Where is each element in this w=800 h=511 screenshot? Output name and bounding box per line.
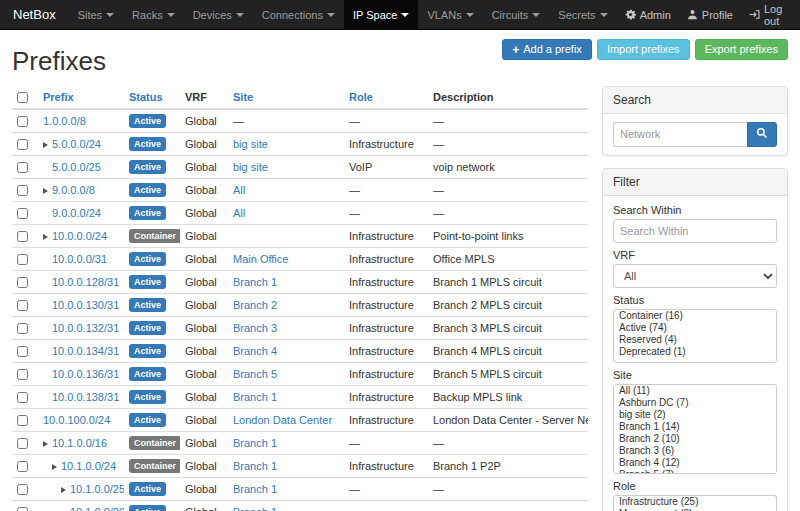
row-checkbox[interactable]	[17, 323, 28, 334]
prefix-link[interactable]: 10.0.0.138/31	[52, 391, 119, 403]
sort-status-header[interactable]: Status	[129, 91, 163, 103]
prefix-link[interactable]: 9.0.0.0/24	[52, 207, 101, 219]
site-link[interactable]: Branch 1	[233, 506, 277, 511]
export-prefixes-button[interactable]: Export prefixes	[695, 39, 788, 60]
prefix-link[interactable]: 10.0.0.136/31	[52, 368, 119, 380]
select-option[interactable]: Reserved (4)	[614, 334, 776, 346]
site-link[interactable]: Branch 1	[233, 391, 277, 403]
select-option[interactable]: Branch 4 (12)	[614, 457, 776, 469]
site-link[interactable]: Branch 1	[233, 460, 277, 472]
nav-item-vlans[interactable]: VLANs	[418, 0, 482, 29]
indent-spacer	[43, 216, 52, 217]
nav-item-secrets[interactable]: Secrets	[549, 0, 616, 29]
sort-site-header[interactable]: Site	[233, 91, 253, 103]
nav-item-racks[interactable]: Racks	[123, 0, 184, 29]
row-checkbox[interactable]	[17, 139, 28, 150]
site-link[interactable]: Main Office	[233, 253, 288, 265]
prefix-link[interactable]: 10.0.0.0/24	[52, 230, 107, 242]
prefix-link[interactable]: 10.0.0.128/31	[52, 276, 119, 288]
nav-item-circuits[interactable]: Circuits	[483, 0, 550, 29]
vrf-select[interactable]: All	[613, 264, 777, 288]
row-checkbox[interactable]	[17, 208, 28, 219]
row-checkbox[interactable]	[17, 185, 28, 196]
site-link[interactable]: London Data Center	[233, 414, 332, 426]
prefix-link[interactable]: 10.0.0.130/31	[52, 299, 119, 311]
prefix-link[interactable]: 10.0.0.0/31	[52, 253, 107, 265]
row-checkbox[interactable]	[17, 392, 28, 403]
search-within-input[interactable]	[613, 219, 777, 243]
site-link[interactable]: Branch 3	[233, 322, 277, 334]
nav-item-ip-space[interactable]: IP Space	[344, 0, 418, 29]
status-badge: Active	[129, 413, 166, 427]
description-cell: voip network	[428, 156, 588, 179]
row-checkbox[interactable]	[17, 231, 28, 242]
nav-item-devices[interactable]: Devices	[184, 0, 253, 29]
select-option[interactable]: Deprecated (1)	[614, 346, 776, 358]
admin-link[interactable]: Admin	[617, 0, 679, 29]
sort-role-header[interactable]: Role	[349, 91, 373, 103]
site-link[interactable]: big site	[233, 138, 268, 150]
site-select[interactable]: All (11)Ashburn DC (7)big site (2)Branch…	[613, 384, 777, 474]
prefix-link[interactable]: 5.0.0.0/24	[52, 138, 101, 150]
select-all-checkbox[interactable]	[17, 92, 28, 103]
prefix-link[interactable]: 10.0.100.0/24	[43, 414, 110, 426]
role-select[interactable]: Infrastructure (25)Management (8)Private…	[613, 495, 777, 511]
profile-link[interactable]: Profile	[679, 0, 741, 29]
prefix-link[interactable]: 10.1.0.0/24	[61, 460, 116, 472]
search-button[interactable]	[747, 122, 777, 147]
select-option[interactable]: Branch 5 (7)	[614, 469, 776, 474]
row-checkbox[interactable]	[17, 369, 28, 380]
add-prefix-button[interactable]: + Add a prefix	[502, 39, 592, 60]
select-option[interactable]: Management (8)	[614, 508, 776, 511]
status-select[interactable]: Container (16)Active (74)Reserved (4)Dep…	[613, 309, 777, 363]
row-checkbox[interactable]	[17, 162, 28, 173]
select-option[interactable]: Branch 1 (14)	[614, 421, 776, 433]
chevron-down-icon	[327, 13, 335, 17]
select-option[interactable]: Branch 2 (10)	[614, 433, 776, 445]
prefix-link[interactable]: 10.0.0.134/31	[52, 345, 119, 357]
prefix-link[interactable]: 10.1.0.0/25	[70, 483, 124, 495]
brand-link[interactable]: NetBox	[0, 0, 69, 29]
sidebar: Search Filter Searc	[602, 86, 788, 511]
description-cell: Branch 1 MPLS circuit	[428, 271, 588, 294]
row-checkbox[interactable]	[17, 277, 28, 288]
select-option[interactable]: Infrastructure (25)	[614, 496, 776, 508]
site-link[interactable]: All	[233, 184, 245, 196]
row-checkbox[interactable]	[17, 116, 28, 127]
site-link[interactable]: Branch 1	[233, 483, 277, 495]
import-prefixes-button[interactable]: Import prefixes	[597, 39, 690, 60]
site-link[interactable]: big site	[233, 161, 268, 173]
sort-prefix-header[interactable]: Prefix	[43, 91, 74, 103]
row-checkbox[interactable]	[17, 300, 28, 311]
prefix-link[interactable]: 10.1.0.0/26	[70, 506, 124, 511]
select-option[interactable]: Active (74)	[614, 322, 776, 334]
status-cell: Container	[124, 432, 180, 455]
logout-link[interactable]: Log out	[741, 0, 800, 29]
row-checkbox[interactable]	[17, 438, 28, 449]
row-checkbox[interactable]	[17, 507, 28, 511]
prefix-link[interactable]: 10.1.0.0/16	[52, 437, 107, 449]
select-option[interactable]: big site (2)	[614, 409, 776, 421]
search-input[interactable]	[613, 122, 747, 147]
site-link[interactable]: All	[233, 207, 245, 219]
prefix-link[interactable]: 9.0.0.0/8	[52, 184, 95, 196]
row-checkbox[interactable]	[17, 346, 28, 357]
select-option[interactable]: Container (16)	[614, 310, 776, 322]
site-link[interactable]: Branch 1	[233, 437, 277, 449]
nav-item-sites[interactable]: Sites	[69, 0, 123, 29]
prefix-link[interactable]: 1.0.0.0/8	[43, 115, 86, 127]
site-link[interactable]: Branch 4	[233, 345, 277, 357]
select-option[interactable]: Branch 3 (6)	[614, 445, 776, 457]
site-link[interactable]: Branch 2	[233, 299, 277, 311]
nav-item-connections[interactable]: Connections	[253, 0, 344, 29]
site-link[interactable]: Branch 1	[233, 276, 277, 288]
select-option[interactable]: All (11)	[614, 385, 776, 397]
row-checkbox[interactable]	[17, 254, 28, 265]
row-checkbox[interactable]	[17, 415, 28, 426]
row-checkbox[interactable]	[17, 461, 28, 472]
site-link[interactable]: Branch 5	[233, 368, 277, 380]
row-checkbox[interactable]	[17, 484, 28, 495]
prefix-link[interactable]: 5.0.0.0/25	[52, 161, 101, 173]
prefix-link[interactable]: 10.0.0.132/31	[52, 322, 119, 334]
select-option[interactable]: Ashburn DC (7)	[614, 397, 776, 409]
